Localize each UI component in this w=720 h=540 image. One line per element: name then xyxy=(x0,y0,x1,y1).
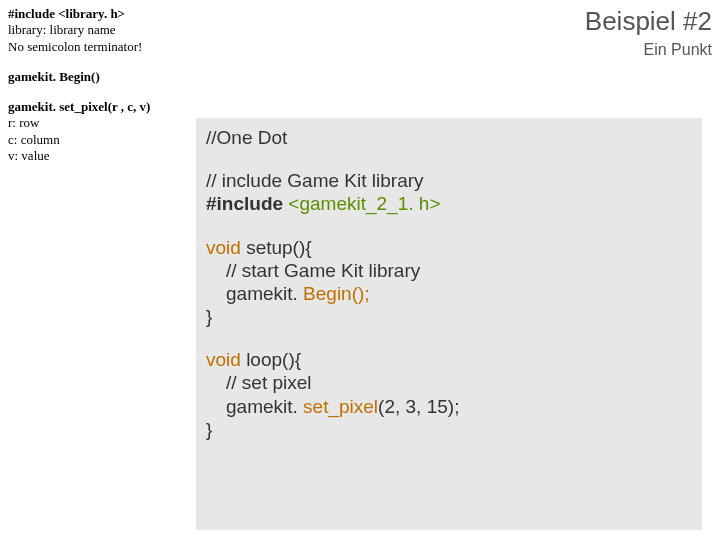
code-setup-decl: void setup(){ xyxy=(206,236,692,259)
ref-setpixel-r: r: row xyxy=(8,115,188,131)
ref-begin-head: gamekit. Begin() xyxy=(8,69,188,85)
code-comment-include: // include Game Kit library xyxy=(206,169,692,192)
code-begin-func: Begin(); xyxy=(303,283,370,304)
ref-begin: gamekit. Begin() xyxy=(8,69,188,85)
code-setup-text: setup(){ xyxy=(241,237,312,258)
ref-setpixel-c: c: column xyxy=(8,132,188,148)
code-loop-decl: void loop(){ xyxy=(206,348,692,371)
code-void-keyword: void xyxy=(206,237,241,258)
code-gamekit-prefix-2: gamekit. xyxy=(226,396,303,417)
code-include-header: <gamekit_2_1. h> xyxy=(288,193,440,214)
page-subtitle: Ein Punkt xyxy=(585,41,712,59)
code-void-keyword-2: void xyxy=(206,349,241,370)
code-gamekit-prefix: gamekit. xyxy=(226,283,303,304)
code-setpixel-func: set_pixel xyxy=(303,396,378,417)
code-loop-comment: // set pixel xyxy=(206,371,692,394)
ref-setpixel-head: gamekit. set_pixel(r , c, v) xyxy=(8,99,188,115)
code-block: //One Dot // include Game Kit library #i… xyxy=(196,118,702,530)
code-include-keyword: #include xyxy=(206,193,288,214)
code-include-line: #include <gamekit_2_1. h> xyxy=(206,192,692,215)
ref-include-line1: library: library name xyxy=(8,22,188,38)
code-loop-close: } xyxy=(206,418,692,441)
code-comment-title: //One Dot xyxy=(206,126,692,149)
left-reference-column: #include <library. h> library: library n… xyxy=(8,6,188,178)
code-setpixel-args: (2, 3, 15); xyxy=(378,396,459,417)
page-title: Beispiel #2 xyxy=(585,6,712,37)
ref-include: #include <library. h> library: library n… xyxy=(8,6,188,55)
code-setpixel-call: gamekit. set_pixel(2, 3, 15); xyxy=(206,395,692,418)
code-begin-call: gamekit. Begin(); xyxy=(206,282,692,305)
ref-setpixel-v: v: value xyxy=(8,148,188,164)
code-setup-comment: // start Game Kit library xyxy=(206,259,692,282)
header-block: Beispiel #2 Ein Punkt xyxy=(585,6,712,59)
ref-setpixel: gamekit. set_pixel(r , c, v) r: row c: c… xyxy=(8,99,188,164)
code-loop-text: loop(){ xyxy=(241,349,301,370)
code-setup-close: } xyxy=(206,305,692,328)
ref-include-head: #include <library. h> xyxy=(8,6,188,22)
ref-include-line2: No semicolon terminator! xyxy=(8,39,188,55)
